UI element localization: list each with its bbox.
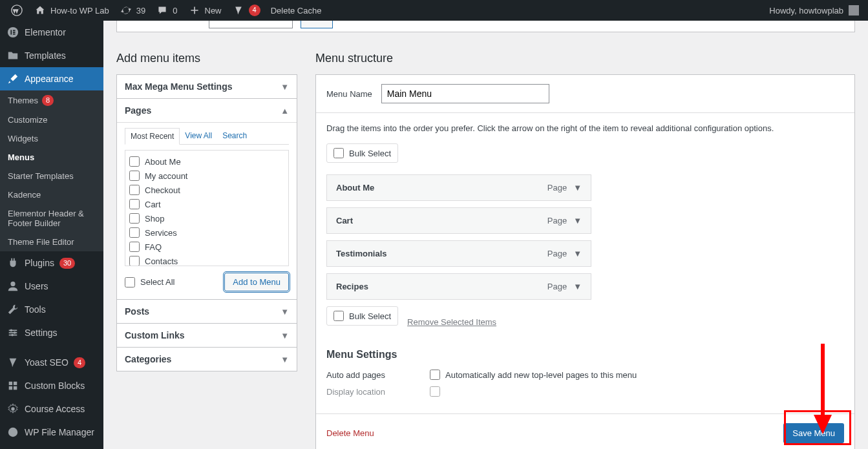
sidebar-item-settings[interactable]: Settings bbox=[0, 321, 103, 344]
menu-item-testimonials[interactable]: TestimonialsPage▼ bbox=[326, 240, 591, 267]
page-check-about-me[interactable]: About Me bbox=[129, 154, 284, 169]
sidebar-item-appearance[interactable]: Appearance bbox=[0, 67, 103, 90]
wp-logo[interactable] bbox=[5, 0, 28, 21]
yoast-bar-link[interactable]: 4 bbox=[227, 0, 266, 21]
sidebar-sub-kadence[interactable]: Kadence bbox=[0, 185, 103, 204]
checkbox[interactable] bbox=[430, 386, 440, 397]
avatar-icon bbox=[849, 5, 859, 16]
page-check-checkout[interactable]: Checkout bbox=[129, 183, 284, 197]
instructions-text: Drag the items into the order you prefer… bbox=[326, 123, 844, 133]
sidebar-item-elementor[interactable]: Elementor bbox=[0, 21, 103, 44]
remove-selected-link[interactable]: Remove Selected Items bbox=[407, 317, 496, 327]
sidebar-item-custom-blocks[interactable]: Custom Blocks bbox=[0, 374, 103, 397]
add-to-menu-button[interactable]: Add to Menu bbox=[224, 273, 289, 291]
checkbox[interactable] bbox=[129, 227, 140, 238]
chevron-up-icon: ▲ bbox=[281, 106, 289, 116]
checkbox[interactable] bbox=[333, 148, 344, 158]
tab-search[interactable]: Search bbox=[217, 128, 252, 144]
menu-settings-title: Menu Settings bbox=[326, 349, 844, 360]
checkbox[interactable] bbox=[129, 242, 140, 252]
site-name-text: How-to WP Lab bbox=[50, 6, 109, 16]
metabox-posts-header[interactable]: Posts▼ bbox=[117, 300, 297, 323]
chevron-down-icon[interactable]: ▼ bbox=[573, 249, 582, 258]
page-check-shop[interactable]: Shop bbox=[129, 211, 284, 225]
sidebar-sub-widgets[interactable]: Widgets bbox=[0, 129, 103, 148]
sidebar-sub-customize[interactable]: Customize bbox=[0, 110, 103, 129]
metabox-custom-links: Custom Links▼ bbox=[116, 323, 297, 348]
tab-view-all[interactable]: View All bbox=[180, 128, 217, 144]
tab-most-recent[interactable]: Most Recent bbox=[125, 128, 180, 145]
chevron-down-icon: ▼ bbox=[281, 307, 289, 317]
checkbox[interactable] bbox=[129, 256, 140, 266]
site-name-link[interactable]: How-to WP Lab bbox=[28, 0, 114, 21]
sidebar-item-plugins[interactable]: Plugins 30 bbox=[0, 251, 103, 275]
checkbox[interactable] bbox=[125, 277, 135, 287]
sidebar-item-course-access[interactable]: Course Access bbox=[0, 397, 103, 421]
metabox-megamenu-header[interactable]: Max Mega Menu Settings▼ bbox=[117, 75, 297, 98]
checkbox[interactable] bbox=[129, 171, 140, 181]
sidebar-sub-starter[interactable]: Starter Templates bbox=[0, 167, 103, 185]
updates-link[interactable]: 39 bbox=[114, 0, 151, 21]
checkbox[interactable] bbox=[129, 213, 140, 224]
refresh-icon bbox=[120, 4, 132, 17]
sidebar-label: WP File Manager bbox=[25, 427, 94, 437]
sidebar-label: Users bbox=[25, 281, 48, 291]
truncated-button1[interactable] bbox=[209, 21, 293, 28]
menu-item-about-me[interactable]: About MePage▼ bbox=[326, 174, 591, 201]
bulk-select-top[interactable]: Bulk Select bbox=[326, 143, 398, 163]
delete-cache-link[interactable]: Delete Cache bbox=[266, 0, 327, 21]
new-link[interactable]: New bbox=[183, 0, 227, 21]
yoast-side-icon bbox=[6, 356, 19, 369]
sidebar-item-users[interactable]: Users bbox=[0, 275, 103, 298]
new-label: New bbox=[205, 6, 222, 16]
sidebar-item-yoast[interactable]: Yoast SEO 4 bbox=[0, 351, 103, 374]
metabox-posts: Posts▼ bbox=[116, 299, 297, 324]
select-all-check[interactable]: Select All bbox=[125, 275, 175, 289]
page-check-my-account[interactable]: My account bbox=[129, 169, 284, 183]
sidebar-sub-menus[interactable]: Menus bbox=[0, 148, 103, 167]
menu-item-recipes[interactable]: RecipesPage▼ bbox=[326, 273, 591, 300]
sidebar-sub-tfe[interactable]: Theme File Editor bbox=[0, 233, 103, 251]
page-check-services[interactable]: Services bbox=[129, 225, 284, 240]
svg-rect-16 bbox=[14, 386, 17, 390]
auto-add-label: Auto add pages bbox=[326, 370, 417, 380]
chevron-down-icon[interactable]: ▼ bbox=[573, 183, 582, 193]
checkbox[interactable] bbox=[430, 370, 440, 380]
chevron-down-icon[interactable]: ▼ bbox=[573, 282, 582, 291]
howdy-text: Howdy, howtowplab bbox=[769, 6, 843, 16]
truncated-button2[interactable] bbox=[301, 21, 333, 28]
folder-icon bbox=[6, 49, 19, 62]
checkbox[interactable] bbox=[129, 156, 140, 167]
checkbox[interactable] bbox=[333, 311, 344, 321]
pages-checklist[interactable]: About Me My account Checkout Cart Shop S… bbox=[125, 150, 289, 266]
settings-icon bbox=[6, 326, 19, 339]
page-check-cart[interactable]: Cart bbox=[129, 197, 284, 211]
metabox-pages-header[interactable]: Pages▲ bbox=[117, 99, 297, 122]
display-location-option[interactable] bbox=[430, 386, 440, 397]
bulk-select-bottom[interactable]: Bulk Select bbox=[326, 306, 398, 326]
page-check-contacts[interactable]: Contacts bbox=[129, 254, 284, 266]
metabox-custom-links-header[interactable]: Custom Links▼ bbox=[117, 324, 297, 347]
menu-item-cart[interactable]: CartPage▼ bbox=[326, 207, 591, 234]
sidebar-item-wp-file-manager[interactable]: WP File Manager bbox=[0, 421, 103, 444]
svg-rect-2 bbox=[10, 30, 12, 34]
sidebar-item-tools[interactable]: Tools bbox=[0, 298, 103, 321]
save-menu-button[interactable]: Save Menu bbox=[783, 423, 844, 443]
auto-add-option[interactable]: Automatically add new top-level pages to… bbox=[430, 370, 637, 380]
page-check-faq[interactable]: FAQ bbox=[129, 240, 284, 254]
sidebar-item-templates[interactable]: Templates bbox=[0, 44, 103, 67]
svg-point-18 bbox=[8, 428, 17, 437]
chevron-down-icon[interactable]: ▼ bbox=[573, 216, 582, 225]
my-account[interactable]: Howdy, howtowplab bbox=[769, 5, 863, 16]
svg-rect-5 bbox=[13, 34, 16, 35]
checkbox[interactable] bbox=[129, 199, 140, 209]
metabox-categories-header[interactable]: Categories▼ bbox=[117, 348, 297, 371]
file-icon bbox=[6, 426, 19, 439]
sidebar-sub-ehfb[interactable]: Elementor Header & Footer Builder bbox=[0, 204, 103, 233]
truncated-panel bbox=[116, 21, 855, 32]
checkbox[interactable] bbox=[129, 185, 140, 195]
comments-link[interactable]: 0 bbox=[151, 0, 182, 21]
menu-name-input[interactable] bbox=[381, 84, 549, 103]
delete-menu-link[interactable]: Delete Menu bbox=[326, 428, 374, 438]
sidebar-sub-themes[interactable]: Themes 8 bbox=[0, 90, 103, 110]
